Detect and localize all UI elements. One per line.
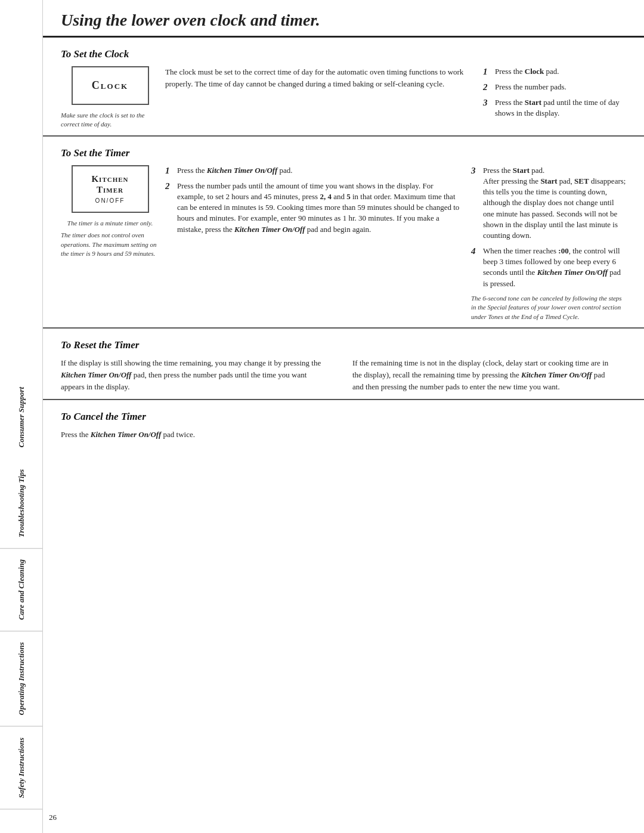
timer-step-4-num: 4 [471, 245, 483, 258]
main-content: Using the lower oven clock and timer. To… [43, 0, 644, 833]
reset-timer-text1: If the display is still showing the time… [61, 357, 323, 393]
sidebar-item-troubleshooting: Troubleshooting Tips [0, 459, 42, 549]
section-set-timer: To Set the Timer Kitchen Timer On/Off Th… [43, 137, 644, 329]
timer-step-2: 2 Press the number pads until the amount… [165, 181, 460, 235]
timer-italic-note: The 6-second tone can be canceled by fol… [471, 294, 626, 321]
clock-img-caption: Make sure the clock is set to the correc… [61, 111, 159, 129]
timer-step-3-num: 3 [471, 165, 483, 177]
reset-timer-text2: If the remaining time is not in the disp… [352, 357, 614, 393]
timer-caption-2: The timer does not control oven operatio… [61, 231, 159, 258]
clock-step-2-text: Press the number pads. [495, 82, 626, 92]
clock-box: Clock [72, 66, 149, 105]
clock-step-2: 2 Press the number pads. [483, 82, 626, 94]
set-clock-text: The clock must be set to the correct tim… [165, 66, 483, 129]
section-cancel-timer: To Cancel the Timer Press the Kitchen Ti… [43, 400, 644, 447]
clock-box-label: Clock [92, 79, 128, 92]
clock-image-col: Clock Make sure the clock is set to the … [61, 66, 165, 129]
timer-box: Kitchen Timer On/Off [72, 165, 149, 213]
cancel-timer-heading: To Cancel the Timer [61, 411, 626, 423]
clock-step-3: 3 Press the Start pad until the time of … [483, 97, 626, 119]
timer-steps-right: 3 Press the Start pad. After pressing th… [471, 165, 626, 289]
set-clock-steps: 1 Press the Clock pad. 2 Press the numbe… [483, 66, 626, 129]
set-clock-heading: To Set the Clock [61, 48, 626, 60]
sidebar-item-operating: Operating Instructions [0, 631, 42, 726]
clock-step-3-num: 3 [483, 97, 495, 109]
timer-step-4: 4 When the timer reaches :00, the contro… [471, 246, 626, 289]
timer-step-1: 1 Press the Kitchen Timer On/Off pad. [165, 165, 460, 177]
reset-timer-heading: To Reset the Timer [61, 339, 626, 351]
page-title: Using the lower oven clock and timer. [61, 11, 626, 30]
reset-timer-body: If the display is still showing the time… [61, 357, 626, 393]
set-clock-body-text: The clock must be set to the correct tim… [165, 66, 471, 90]
timer-label-line2: Timer [97, 185, 123, 194]
timer-step-2-num: 2 [165, 180, 177, 193]
timer-step-2-text: Press the number pads until the amount o… [177, 181, 460, 235]
clock-steps-list: 1 Press the Clock pad. 2 Press the numbe… [483, 66, 626, 119]
set-timer-heading: To Set the Timer [61, 147, 626, 159]
timer-step-4-text: When the timer reaches :00, the control … [483, 246, 626, 289]
page-number: 26 [49, 813, 57, 822]
timer-steps-left: 1 Press the Kitchen Timer On/Off pad. 2 … [165, 165, 460, 235]
clock-step-2-num: 2 [483, 81, 495, 94]
timer-caption-1: The timer is a minute timer only. [67, 219, 153, 228]
section-set-clock: To Set the Clock Clock Make sure the clo… [43, 38, 644, 137]
set-timer-steps-col: 3 Press the Start pad. After pressing th… [471, 165, 626, 321]
sidebar-item-care-cleaning: Care and Cleaning [0, 549, 42, 631]
timer-image-col: Kitchen Timer On/Off The timer is a minu… [61, 165, 165, 321]
sidebar: Consumer Support Troubleshooting Tips Ca… [0, 0, 43, 833]
reset-timer-col2: If the remaining time is not in the disp… [352, 357, 626, 393]
section-reset-timer: To Reset the Timer If the display is sti… [43, 329, 644, 400]
sidebar-item-consumer-support: Consumer Support [0, 376, 42, 459]
reset-timer-col1: If the display is still showing the time… [61, 357, 335, 393]
clock-step-1: 1 Press the Clock pad. [483, 66, 626, 78]
clock-step-3-text: Press the Start pad until the time of da… [495, 97, 626, 119]
timer-step-3: 3 Press the Start pad. After pressing th… [471, 165, 626, 241]
timer-label-line1: Kitchen [91, 174, 128, 184]
timer-step-1-text: Press the Kitchen Timer On/Off pad. [177, 165, 460, 176]
set-timer-body: Kitchen Timer On/Off The timer is a minu… [61, 165, 626, 321]
clock-step-1-num: 1 [483, 66, 495, 78]
set-clock-body: Clock Make sure the clock is set to the … [61, 66, 626, 129]
sidebar-item-safety: Safety Instructions [0, 727, 42, 810]
cancel-timer-text: Press the Kitchen Timer On/Off pad twice… [61, 429, 626, 441]
timer-step-1-num: 1 [165, 165, 177, 177]
page-title-bar: Using the lower oven clock and timer. [43, 0, 644, 38]
set-timer-text-col: 1 Press the Kitchen Timer On/Off pad. 2 … [165, 165, 471, 321]
timer-step-3-text: Press the Start pad. After pressing the … [483, 165, 626, 241]
clock-step-1-text: Press the Clock pad. [495, 66, 626, 77]
timer-box-label: Kitchen Timer [91, 174, 128, 195]
timer-box-sub: On/Off [95, 197, 125, 204]
